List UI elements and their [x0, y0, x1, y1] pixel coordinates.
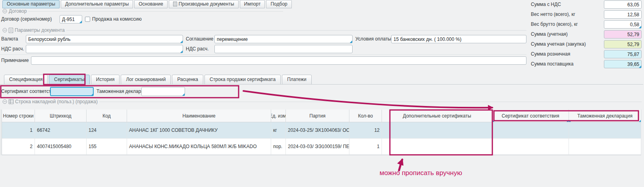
tab-dopolnitelnye-parametry[interactable]: Дополнительные параметры	[61, 0, 133, 8]
cell-batch[interactable]: 2024-03-25/ ЭХ1004063/ ООО ПЕ	[286, 122, 349, 138]
cell-unit[interactable]: кг	[271, 122, 286, 138]
vat2-combo	[214, 45, 353, 53]
total-sum-supplier-value[interactable]	[604, 60, 642, 68]
cell-line-number[interactable]: 1	[2, 122, 35, 138]
col-header-line-number[interactable]: Номер строки	[2, 110, 35, 122]
total-net-weight	[604, 10, 642, 19]
cell-batch[interactable]: 2024-03-03/ ЭЭ1000159/ ПЕТРОК	[286, 139, 349, 154]
currency-label: Валюта	[1, 35, 18, 43]
cell-qty[interactable]: 12	[349, 122, 382, 138]
cell-barcode[interactable]: 4007415005480	[35, 139, 87, 154]
col-header-batch[interactable]: Партия	[286, 110, 349, 122]
vat2-label: НДС расч.	[186, 45, 209, 53]
cell-name[interactable]: АНАНАС 1КГ 1000 СОВЕТОВ ДАЧНИКУ	[127, 122, 271, 138]
currency-combo	[26, 35, 183, 43]
vat2-input[interactable]	[214, 45, 353, 53]
col-header-additional-certificates[interactable]: Дополнительные сертификаты	[382, 110, 492, 122]
collapse-icon[interactable]	[2, 99, 7, 104]
agreement-input[interactable]	[214, 35, 353, 43]
cell-certificate[interactable]	[492, 122, 569, 138]
detail-tabbar: Спецификация Сертификаты История Лог ска…	[4, 75, 312, 85]
tab-podbor[interactable]: Подбор	[266, 0, 291, 8]
commission-checkbox[interactable]	[85, 17, 90, 22]
total-sum-purchase-value[interactable]	[604, 40, 642, 48]
tab-label: Подбор	[270, 1, 287, 7]
total-net-weight-label: Вес нетто (всего), кг	[531, 10, 575, 19]
total-sum-retail	[604, 50, 642, 58]
payment-terms-input[interactable]	[391, 35, 526, 43]
vat1-input[interactable]	[26, 45, 183, 53]
cell-qty[interactable]: 1	[349, 139, 382, 154]
certificate-input[interactable]	[50, 87, 94, 96]
tab-rascenka[interactable]: Расценка	[172, 75, 203, 85]
total-net-weight-value[interactable]	[604, 10, 642, 19]
tab-proizvodnye-dokumenty[interactable]: Производные документы	[169, 0, 239, 8]
col-header-code[interactable]: Код	[87, 110, 127, 122]
col-header-unit[interactable]: Ед. изм.	[271, 110, 286, 122]
document-icon	[173, 2, 177, 6]
tab-label: Производные документы	[179, 1, 234, 7]
customs-declaration-input[interactable]	[141, 87, 185, 96]
tab-log-skanirovanij[interactable]: Лог сканирований	[121, 75, 171, 85]
total-gross-weight-label: Вес брутто (всего), кг	[531, 20, 578, 29]
tab-istoriya[interactable]: История	[91, 75, 120, 85]
total-sum-account-value[interactable]	[604, 30, 642, 39]
grid-header-row: Номер строки Штрихкод Код Наименование Е…	[2, 110, 641, 122]
tab-label: Основные параметры	[7, 1, 55, 7]
total-sum-supplier	[604, 60, 642, 68]
total-gross-weight	[604, 20, 642, 29]
cell-customs-declaration[interactable]	[569, 139, 641, 154]
cell-certificate[interactable]	[492, 139, 569, 154]
currency-input[interactable]	[26, 35, 183, 43]
payment-terms-combo	[391, 35, 526, 43]
tab-stroka-prodazhi-sertifikata[interactable]: Строка продажи сертификата	[204, 75, 281, 85]
contract-number-input[interactable]	[60, 15, 82, 23]
cell-code[interactable]: 124	[87, 122, 127, 138]
cell-line-number[interactable]: 2	[2, 139, 35, 154]
cell-code[interactable]: 155	[87, 139, 127, 154]
vat1-combo	[26, 45, 183, 53]
grid-row-2[interactable]: 2 4007415005480 155 АНАНАСЫ КОНС.МИКАДО …	[2, 139, 641, 155]
tab-label: Спецификация	[9, 77, 42, 82]
col-header-name[interactable]: Наименование	[127, 110, 271, 122]
customs-declaration-combo	[141, 87, 185, 96]
annotation-arrow-up	[399, 160, 402, 170]
collapse-icon[interactable]	[2, 28, 7, 33]
col-header-customs-declaration[interactable]: Таможенная декларация	[569, 110, 641, 122]
total-gross-weight-value[interactable]	[604, 20, 642, 29]
tab-label: Строка продажи сертификата	[210, 77, 276, 82]
group-rule	[28, 11, 283, 12]
contract-group-header: Договор	[2, 8, 283, 14]
total-sum-retail-value[interactable]	[604, 50, 642, 58]
total-sum-vat-value[interactable]	[604, 0, 642, 9]
col-header-certificate[interactable]: Сертификат соответствия	[492, 110, 569, 122]
tab-label: Расценка	[177, 77, 198, 82]
grid-row-1[interactable]: 1 66742 124 АНАНАС 1КГ 1000 СОВЕТОВ ДАЧН…	[2, 122, 641, 139]
doc-params-group-header: Параметры документа	[2, 27, 526, 33]
tab-platezhi[interactable]: Платежи	[282, 75, 312, 85]
group-rule	[99, 102, 642, 102]
cell-unit[interactable]: пор.	[271, 139, 286, 154]
tab-import[interactable]: Импорт	[240, 0, 265, 8]
note-input[interactable]	[31, 56, 526, 65]
tab-osnovanie[interactable]: Основание	[134, 0, 168, 8]
cell-customs-declaration[interactable]	[569, 122, 641, 138]
collapse-icon[interactable]	[2, 9, 7, 13]
group-title: Строка накладной (польз.) (продажа)	[15, 99, 98, 104]
cell-barcode[interactable]: 66742	[35, 122, 87, 138]
document-icon	[9, 28, 13, 33]
tab-osnovnye-parametry[interactable]: Основные параметры	[2, 0, 60, 8]
cell-name[interactable]: АНАНАСЫ КОНС.МИКАДО КОЛЬЦА 580МЛ Ж/Б MIK…	[127, 139, 271, 154]
tab-label: Дополнительные параметры	[65, 1, 129, 7]
agreement-label: Соглашение	[186, 35, 213, 43]
tab-specifikaciya[interactable]: Спецификация	[4, 75, 48, 85]
col-header-barcode[interactable]: Штрихкод	[35, 110, 87, 122]
tab-label: Платежи	[287, 77, 307, 82]
col-header-qty[interactable]: Кол-во	[349, 110, 382, 122]
vat1-label: НДС расч.	[1, 45, 24, 53]
cell-additional-certificates[interactable]	[382, 139, 492, 154]
total-sum-purchase-label: Сумма учетная (закупка)	[531, 40, 586, 48]
note-label: Примечание	[1, 56, 29, 65]
tab-sertifikaty[interactable]: Сертификаты	[49, 75, 90, 85]
cell-additional-certificates[interactable]	[382, 122, 492, 138]
